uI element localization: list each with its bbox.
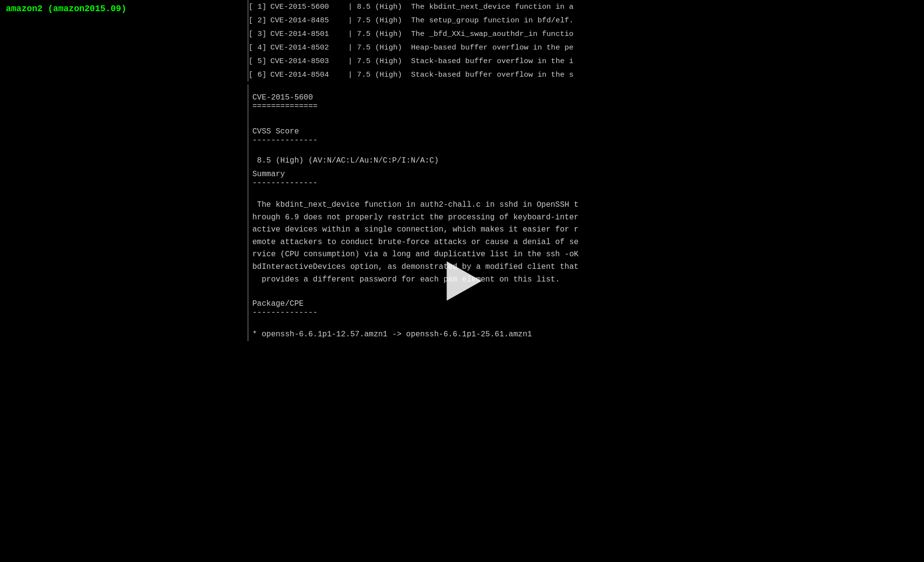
cve-desc: The _bfd_XXi_swap_aouthdr_in functio bbox=[411, 28, 574, 40]
cve-id: CVE-2015-5600 bbox=[270, 1, 348, 13]
cve-num: [ 6] bbox=[248, 69, 270, 81]
cve-desc: Stack-based buffer overflow in the i bbox=[411, 55, 574, 67]
package-divider: -------------- bbox=[252, 308, 924, 317]
cve-id: CVE-2014-8501 bbox=[270, 28, 348, 40]
cve-score: | 7.5 (High) bbox=[348, 28, 411, 40]
cve-list: [ 1] CVE-2015-5600 | 8.5 (High) The kbdi… bbox=[248, 0, 924, 82]
spacer bbox=[252, 190, 924, 199]
cve-id: CVE-2014-8504 bbox=[270, 69, 348, 81]
cve-score: | 7.5 (High) bbox=[348, 42, 411, 53]
spacer bbox=[252, 320, 924, 329]
cve-id: CVE-2014-8503 bbox=[270, 55, 348, 67]
cve-list-item: [ 3] CVE-2014-8501 | 7.5 (High) The _bfd… bbox=[248, 27, 924, 41]
cve-list-item[interactable]: [ 1] CVE-2015-5600 | 8.5 (High) The kbdi… bbox=[248, 0, 924, 14]
cve-score: | 7.5 (High) bbox=[348, 55, 411, 67]
cve-list-item: [ 6] CVE-2014-8504 | 7.5 (High) Stack-ba… bbox=[248, 68, 924, 82]
cve-list-item: [ 2] CVE-2014-8485 | 7.5 (High) The setu… bbox=[248, 14, 924, 27]
cve-score: | 7.5 (High) bbox=[348, 15, 411, 26]
cve-desc: Stack-based buffer overflow in the s bbox=[411, 69, 574, 81]
detail-cve-id: CVE-2015-5600 bbox=[252, 93, 924, 102]
summary-divider: -------------- bbox=[252, 179, 924, 187]
cve-num: [ 2] bbox=[248, 15, 270, 26]
left-panel: amazon2 (amazon2015.09) bbox=[0, 0, 248, 562]
cve-list-item: [ 4] CVE-2014-8502 | 7.5 (High) Heap-bas… bbox=[248, 41, 924, 54]
cvss-divider: -------------- bbox=[252, 136, 924, 145]
cvss-section-title: CVSS Score bbox=[252, 127, 924, 136]
spacer bbox=[252, 114, 924, 122]
cve-num: [ 5] bbox=[248, 55, 270, 67]
cvss-score: 8.5 (High) (AV:N/AC:L/Au:N/C:P/I:N/A:C) bbox=[252, 156, 924, 165]
detail-section: CVE-2015-5600 ============== CVSS Score … bbox=[248, 84, 924, 341]
cve-id: CVE-2014-8485 bbox=[270, 15, 348, 26]
spacer bbox=[252, 148, 924, 156]
spacer bbox=[252, 84, 924, 93]
package-item: * openssh-6.6.1p1-12.57.amzn1 -> openssh… bbox=[252, 329, 924, 341]
cve-desc: The setup_group function in bfd/elf. bbox=[411, 15, 574, 26]
cve-desc: Heap-based buffer overflow in the pe bbox=[411, 42, 574, 53]
hostname-label: amazon2 (amazon2015.09) bbox=[6, 4, 126, 14]
package-section: Package/CPE -------------- * openssh-6.6… bbox=[252, 299, 924, 341]
summary-section-title: Summary bbox=[252, 170, 924, 179]
summary-text: The kbdint_next_device function in auth2… bbox=[252, 199, 924, 286]
right-panel: [ 1] CVE-2015-5600 | 8.5 (High) The kbdi… bbox=[248, 0, 924, 562]
cve-num: [ 1] bbox=[248, 1, 270, 13]
cve-score: | 8.5 (High) bbox=[348, 1, 411, 13]
cve-list-item: [ 5] CVE-2014-8503 | 7.5 (High) Stack-ba… bbox=[248, 54, 924, 68]
cve-num: [ 4] bbox=[248, 42, 270, 53]
spacer bbox=[252, 286, 924, 295]
cve-desc: The kbdint_next_device function in a bbox=[411, 1, 574, 13]
cve-num: [ 3] bbox=[248, 28, 270, 40]
cve-score: | 7.5 (High) bbox=[348, 69, 411, 81]
package-section-title: Package/CPE bbox=[252, 299, 924, 308]
cve-id: CVE-2014-8502 bbox=[270, 42, 348, 53]
detail-divider: ============== bbox=[252, 102, 924, 111]
